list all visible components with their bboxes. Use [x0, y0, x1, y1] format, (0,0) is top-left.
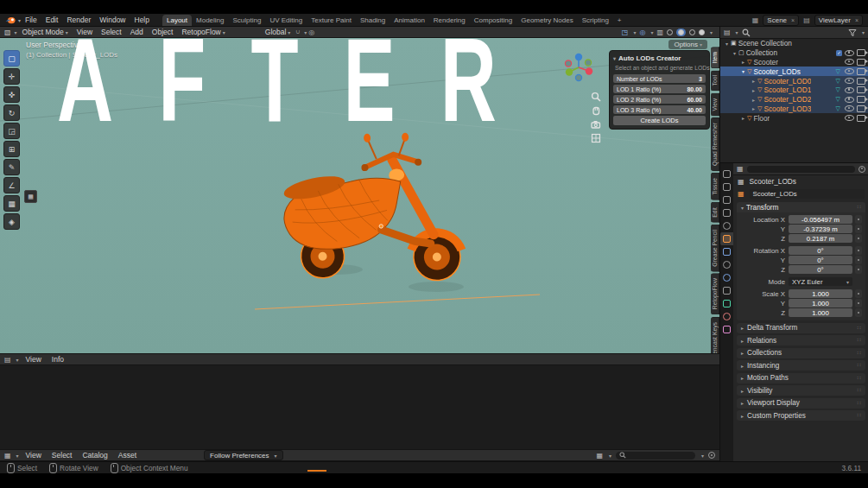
tab-scene[interactable]: [720, 206, 733, 219]
menu-add[interactable]: Add: [127, 28, 147, 36]
eye-icon[interactable]: [845, 97, 854, 103]
extra-tool-button[interactable]: ◈: [3, 213, 20, 230]
workspace-tab-compositing[interactable]: Compositing: [470, 15, 516, 26]
snap-magnet-icon[interactable]: ∩: [295, 29, 301, 36]
workspace-tab-animation[interactable]: Animation: [390, 15, 429, 26]
animate-decorator[interactable]: [855, 308, 862, 317]
pin-icon[interactable]: [858, 166, 865, 173]
section-motion-paths[interactable]: ▸Motion Paths∷: [737, 373, 865, 383]
asset-menu-asset[interactable]: Asset: [115, 451, 140, 459]
library-dropdown[interactable]: Follow Preferences▾: [204, 450, 283, 460]
camera-icon[interactable]: [857, 49, 865, 56]
viewlayer-unlink-icon[interactable]: ×: [855, 17, 858, 23]
menu-select[interactable]: Select: [98, 28, 125, 36]
number-of-lods-field[interactable]: Number of LODs3: [613, 74, 706, 83]
menu-help[interactable]: Help: [130, 16, 154, 24]
location-z-field[interactable]: 0.2187 m: [789, 234, 852, 243]
workspace-tab-shading[interactable]: Shading: [356, 15, 390, 26]
workspace-tab-texture-paint[interactable]: Texture Paint: [307, 15, 356, 26]
asset-editor-icon[interactable]: ▦: [4, 452, 11, 459]
scale-z-field[interactable]: 1.000: [789, 308, 852, 317]
sidebar-tab-edit[interactable]: Edit: [711, 202, 719, 223]
outliner-row-scooter-lod3[interactable]: ▸▽ Scooter_LOD3 ▽: [720, 105, 868, 114]
section-instancing[interactable]: ▸Instancing∷: [737, 360, 865, 371]
camera-view-icon[interactable]: [591, 119, 601, 130]
floating-tool-badge[interactable]: ▦: [24, 190, 37, 203]
mode-dropdown[interactable]: Object Mode▾: [19, 28, 72, 36]
create-lods-button[interactable]: Create LODs: [613, 116, 706, 125]
shading-solid-icon[interactable]: [676, 29, 686, 36]
tab-texture[interactable]: [720, 323, 733, 336]
outliner-row-scooter-lod1[interactable]: ▸▽ Scooter_LOD1 ▽: [720, 86, 868, 95]
filter-caret-icon[interactable]: ▾: [701, 453, 704, 459]
tab-object-data[interactable]: [720, 297, 733, 310]
cursor-tool-button[interactable]: ✛: [3, 68, 20, 85]
lod3-ratio-field[interactable]: LOD 3 Ratio (%)40.00: [613, 105, 706, 114]
workspace-tab-layout[interactable]: Layout: [162, 15, 192, 26]
workspace-tab-scripting[interactable]: Scripting: [578, 15, 613, 26]
display-mode-icon[interactable]: ▦: [596, 452, 603, 459]
menu-edit[interactable]: Edit: [41, 16, 63, 24]
asset-menu-view[interactable]: View: [22, 451, 45, 459]
camera-icon[interactable]: [857, 96, 865, 103]
camera-icon[interactable]: [857, 105, 865, 112]
collection-checkbox[interactable]: ✓: [836, 50, 842, 56]
add-cube-tool-button[interactable]: ▦: [3, 195, 20, 212]
outliner-row-scooter[interactable]: ▸▽ Scooter: [720, 58, 868, 67]
viewport-canvas[interactable]: User Perspective (1) Collection | Scoote…: [0, 38, 719, 353]
tab-modifiers[interactable]: [720, 245, 733, 258]
select-box-tool-button[interactable]: ▢: [3, 50, 20, 67]
viewlayer-selector[interactable]: ViewLayer×: [814, 15, 863, 26]
eye-icon[interactable]: [845, 68, 854, 74]
eye-icon[interactable]: [845, 50, 854, 56]
workspace-tab-sculpting[interactable]: Sculpting: [228, 15, 265, 26]
measure-tool-button[interactable]: ∠: [3, 177, 20, 193]
sidebar-tab-tissue[interactable]: Tissue: [711, 173, 719, 200]
location-y-field[interactable]: -0.37239 m: [789, 225, 852, 233]
lod1-ratio-field[interactable]: LOD 1 Ratio (%)80.00: [613, 85, 706, 93]
tab-object[interactable]: [720, 232, 733, 245]
section-viewport-display[interactable]: ▸Viewport Display∷: [737, 398, 865, 409]
animate-decorator[interactable]: [855, 299, 862, 307]
blender-logo-icon[interactable]: [5, 16, 16, 25]
filter-caret-icon[interactable]: ▾: [862, 29, 865, 35]
animate-decorator[interactable]: [855, 265, 862, 274]
animate-decorator[interactable]: [855, 289, 862, 298]
search-icon[interactable]: [742, 29, 751, 37]
info-editor-body[interactable]: [0, 365, 719, 449]
tab-world[interactable]: [720, 219, 733, 232]
section-delta-transform[interactable]: ▸Delta Transform∷: [737, 323, 865, 333]
scale-tool-button[interactable]: ◲: [3, 123, 20, 139]
tab-view-layer[interactable]: [720, 193, 733, 206]
sidebar-tab-view[interactable]: View: [711, 93, 719, 117]
eye-icon[interactable]: [845, 59, 854, 65]
camera-icon[interactable]: [857, 115, 865, 122]
scale-x-field[interactable]: 1.000: [789, 289, 852, 298]
options-dropdown[interactable]: Options▾: [668, 40, 707, 49]
shading-material-icon[interactable]: [689, 29, 695, 35]
workspace-tab-uv-editing[interactable]: UV Editing: [265, 15, 307, 26]
animate-decorator[interactable]: [855, 256, 862, 264]
workspace-tab-rendering[interactable]: Rendering: [429, 15, 470, 26]
sidebar-tab-grease-pencil[interactable]: Grease Pencil: [711, 225, 719, 272]
transform-panel-header[interactable]: ▾ Transform ∷: [737, 202, 865, 212]
tab-render[interactable]: [720, 168, 733, 181]
sidebar-tab-tool[interactable]: Tool: [711, 70, 719, 91]
rotation-x-field[interactable]: 0°: [789, 246, 852, 255]
eye-icon[interactable]: [845, 105, 854, 111]
info-menu-info[interactable]: Info: [48, 355, 67, 364]
scale-y-field[interactable]: 1.000: [789, 299, 852, 307]
rotate-tool-button[interactable]: ↻: [3, 105, 20, 121]
menu-file[interactable]: File: [21, 16, 41, 24]
outliner-row-scene-collection[interactable]: ▾▣ Scene Collection: [720, 39, 868, 48]
rotation-z-field[interactable]: 0°: [789, 265, 852, 274]
properties-editor-icon[interactable]: ▦: [737, 165, 744, 173]
tab-particles[interactable]: [720, 258, 733, 271]
rotation-mode-dropdown[interactable]: XYZ Euler▾: [789, 277, 852, 286]
animate-decorator[interactable]: [855, 234, 862, 243]
location-x-field[interactable]: -0.056497 m: [789, 215, 852, 224]
xray-toggle-icon[interactable]: ▥: [656, 29, 663, 36]
tab-constraints[interactable]: [720, 284, 733, 297]
asset-menu-catalog[interactable]: Catalog: [79, 451, 111, 459]
section-collections[interactable]: ▸Collections∷: [737, 348, 865, 358]
